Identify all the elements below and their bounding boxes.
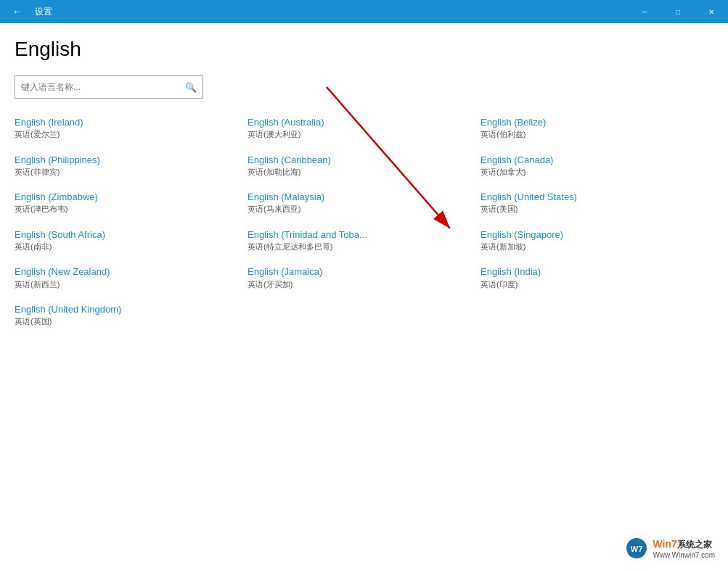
lang-name: English (South Africa) (15, 228, 248, 241)
lang-name: English (Australia) (248, 116, 480, 129)
search-icon: 🔍 (185, 82, 197, 93)
lang-name: English (Singapore) (480, 228, 713, 241)
lang-item[interactable]: English (Trinidad and Toba...英语(特立尼达和多巴哥… (248, 228, 480, 253)
watermark: W7 Win7系统之家 Www.Winwin7.com (619, 534, 721, 563)
lang-column-0: English (Ireland)英语(爱尔兰)English (Philipp… (15, 116, 248, 340)
lang-item[interactable]: English (United States)英语(美国) (480, 191, 713, 215)
lang-subname: 英语(马来西亚) (248, 204, 480, 215)
lang-subname: 英语(菲律宾) (15, 167, 248, 178)
lang-subname: 英语(新西兰) (15, 279, 248, 290)
lang-name: English (Jamaica) (248, 265, 480, 278)
minimize-button[interactable]: ─ (628, 0, 661, 23)
watermark-title: Win7系统之家 (653, 538, 715, 551)
lang-subname: 英语(牙买加) (248, 279, 480, 290)
lang-item[interactable]: English (South Africa)英语(南非) (15, 228, 248, 253)
watermark-url: Www.Winwin7.com (653, 551, 715, 559)
lang-item[interactable]: English (New Zealand)英语(新西兰) (15, 265, 248, 290)
lang-subname: 英语(加勒比海) (248, 167, 480, 178)
lang-subname: 英语(伯利兹) (480, 129, 713, 140)
watermark-sys-text: 系统之家 (677, 540, 712, 550)
lang-name: English (Trinidad and Toba... (248, 228, 480, 241)
lang-subname: 英语(津巴布韦) (15, 204, 248, 215)
lang-item[interactable]: English (Caribbean)英语(加勒比海) (248, 154, 480, 178)
main-content: English 🔍 English (Ireland)英语(爱尔兰)Englis… (0, 23, 728, 355)
lang-subname: 英语(印度) (480, 279, 713, 290)
watermark-logo-icon: W7 (625, 537, 648, 560)
titlebar-left: ← 设置 (0, 0, 52, 23)
lang-item[interactable]: English (Ireland)英语(爱尔兰) (15, 116, 248, 141)
lang-subname: 英语(加拿大) (480, 167, 713, 178)
lang-name: English (Belize) (480, 116, 713, 129)
lang-name: English (India) (480, 265, 713, 278)
search-container: 🔍 (15, 75, 203, 99)
lang-item[interactable]: English (Zimbabwe)英语(津巴布韦) (15, 191, 248, 215)
lang-column-1: English (Australia)英语(澳大利亚)English (Cari… (248, 116, 480, 340)
lang-item[interactable]: English (Canada)英语(加拿大) (480, 154, 713, 178)
page-title: English (15, 38, 713, 61)
lang-subname: 英语(新加坡) (480, 241, 713, 252)
lang-name: English (Malaysia) (248, 191, 480, 204)
language-grid: English (Ireland)英语(爱尔兰)English (Philipp… (15, 116, 713, 340)
lang-name: English (Ireland) (15, 116, 248, 129)
lang-name: English (New Zealand) (15, 265, 248, 278)
lang-item[interactable]: English (Belize)英语(伯利兹) (480, 116, 713, 141)
maximize-button[interactable]: □ (661, 0, 695, 23)
lang-item[interactable]: English (Malaysia)英语(马来西亚) (248, 191, 480, 215)
titlebar-controls: ─ □ ✕ (628, 0, 728, 23)
svg-text:W7: W7 (631, 545, 643, 553)
titlebar: ← 设置 ─ □ ✕ (0, 0, 728, 23)
lang-subname: 英语(英国) (15, 316, 248, 327)
back-button[interactable]: ← (6, 0, 29, 23)
lang-item[interactable]: English (India)英语(印度) (480, 265, 713, 290)
titlebar-title: 设置 (35, 6, 52, 18)
lang-name: English (United States) (480, 191, 713, 204)
lang-subname: 英语(爱尔兰) (15, 129, 248, 140)
lang-subname: 英语(澳大利亚) (248, 129, 480, 140)
watermark-win-text: Win7 (653, 538, 676, 550)
lang-subname: 英语(特立尼达和多巴哥) (248, 241, 480, 252)
lang-subname: 英语(美国) (480, 204, 713, 215)
lang-name: English (Philippines) (15, 154, 248, 167)
lang-name: English (Zimbabwe) (15, 191, 248, 204)
search-input[interactable] (21, 82, 185, 92)
lang-column-2: English (Belize)英语(伯利兹)English (Canada)英… (480, 116, 713, 340)
lang-item[interactable]: English (Australia)英语(澳大利亚) (248, 116, 480, 141)
lang-name: English (United Kingdom) (15, 303, 248, 316)
lang-name: English (Caribbean) (248, 154, 480, 167)
lang-item[interactable]: English (Singapore)英语(新加坡) (480, 228, 713, 253)
lang-item[interactable]: English (Jamaica)英语(牙买加) (248, 265, 480, 290)
lang-subname: 英语(南非) (15, 241, 248, 252)
close-button[interactable]: ✕ (695, 0, 728, 23)
lang-item[interactable]: English (United Kingdom)英语(英国) (15, 303, 248, 328)
lang-name: English (Canada) (480, 154, 713, 167)
lang-item[interactable]: English (Philippines)英语(菲律宾) (15, 154, 248, 178)
